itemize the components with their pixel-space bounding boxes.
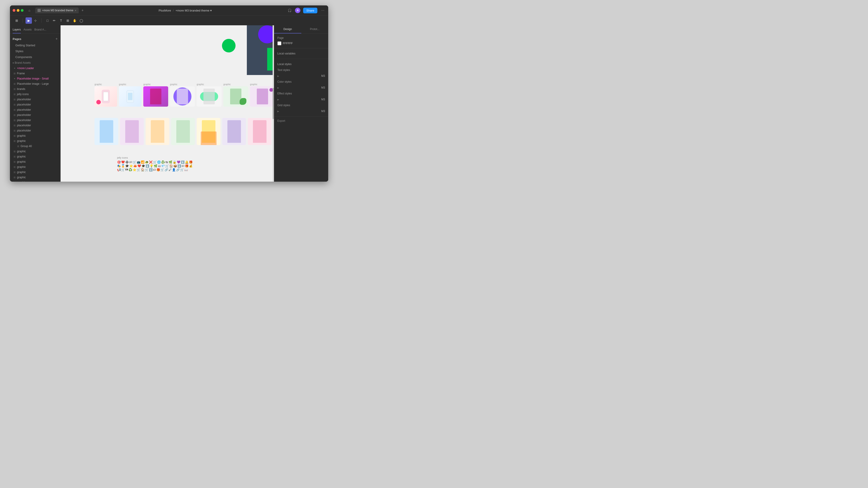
layer-graphic-6[interactable]: ⊞ graphic <box>11 164 59 169</box>
comment-tool[interactable]: ◯ <box>78 18 85 24</box>
tab-close-icon[interactable]: ✕ <box>74 9 76 12</box>
layer-placeholder-large[interactable]: ⊞ Placeholder image - Large <box>11 81 59 86</box>
page-section: Page FFFFFF <box>274 34 328 48</box>
grid-tool[interactable]: ⊞ <box>13 18 20 24</box>
more-icon[interactable]: ⋯ <box>320 8 326 13</box>
local-variables-row[interactable]: Local variables <box>277 51 325 56</box>
text-tool[interactable]: T <box>58 18 64 24</box>
jelly-icon: 🛒 <box>137 168 141 171</box>
breadcrumb-page[interactable]: +more M3 branded theme ▾ <box>176 9 212 12</box>
layer-graphic-8[interactable]: ⊞ graphic <box>11 175 59 180</box>
photo-card-4[interactable] <box>170 86 195 107</box>
layer-placeholder-6[interactable]: ⊞ placeholder <box>11 123 59 128</box>
layer-graphic-2[interactable]: ⊞ graphic <box>11 138 59 143</box>
jelly-icon: 🏠 <box>141 168 145 171</box>
frame-icon: ⊞ <box>13 88 16 91</box>
canvas-scrollbar-thumb[interactable] <box>273 88 274 119</box>
effect-styles-title: Effect styles <box>277 92 325 95</box>
layer-placeholder-7[interactable]: ⊞ placeholder <box>11 128 59 133</box>
jelly-icon: 🛒 <box>160 168 164 171</box>
layer-graphic-9[interactable]: ⊞ graphic <box>11 180 59 182</box>
avatar[interactable]: R <box>295 8 301 13</box>
tab-design[interactable]: Design <box>274 25 301 33</box>
layer-group40[interactable]: ⊞ Group 40 <box>11 144 59 149</box>
layer-more-loader[interactable]: ✦ +more Loader <box>11 66 59 71</box>
person-card-2[interactable] <box>120 118 144 145</box>
pages-add-button[interactable]: + <box>56 37 58 41</box>
color-styles-row[interactable]: ▶ M3 <box>277 85 325 90</box>
jelly-icon: 💡 <box>150 164 153 168</box>
effect-styles-row[interactable]: ▶ M3 <box>277 97 325 102</box>
corner-design <box>238 25 274 79</box>
panel-scroll[interactable]: Pages + Getting Started Styles Component… <box>10 34 60 182</box>
page-components[interactable]: Components <box>11 54 59 60</box>
layer-graphic-4[interactable]: ⊞ graphic <box>11 154 59 159</box>
close-button[interactable] <box>13 9 16 12</box>
photo-card-2[interactable] <box>119 86 142 107</box>
layer-placeholder-4[interactable]: ⊞ placeholder <box>11 112 59 118</box>
app-window: ⌂ +more M3 branded theme ✕ + PlusMore / … <box>10 5 328 182</box>
photo-card-5[interactable] <box>197 86 221 107</box>
layer-placeholder-3[interactable]: ⊞ placeholder <box>11 107 59 112</box>
person-card-1[interactable] <box>94 118 118 145</box>
layer-placeholder-5[interactable]: ⊞ placeholder <box>11 118 59 123</box>
canvas-area[interactable]: graphic graphic <box>61 25 274 182</box>
tab-brand[interactable]: Brand A... <box>34 27 46 33</box>
person-card-7[interactable] <box>248 118 272 145</box>
jelly-icon: ⬇️ <box>149 168 153 171</box>
person-card-3[interactable] <box>146 118 169 145</box>
page-color-swatch[interactable] <box>277 41 281 45</box>
photo-card-7[interactable] <box>250 86 274 107</box>
page-getting-started[interactable]: Getting Started <box>11 42 59 48</box>
jelly-icon: 🎁 <box>156 168 160 171</box>
person-card-5[interactable] <box>197 118 220 145</box>
jelly-icon: 🌿 <box>154 164 157 168</box>
new-tab-button[interactable]: + <box>81 8 84 12</box>
photo-card-6[interactable] <box>223 86 248 107</box>
component-tool[interactable]: ⊞ <box>65 18 71 24</box>
grid-styles-row[interactable]: ▶ M3 <box>277 109 325 113</box>
text-styles-row[interactable]: ▶ M3 <box>277 73 325 78</box>
layer-graphic-1[interactable]: ⊞ graphic <box>11 133 59 138</box>
layer-frame[interactable]: ⊞ Frame <box>11 71 59 76</box>
home-icon[interactable]: ⌂ <box>27 8 32 13</box>
browser-tab[interactable]: +more M3 branded theme ✕ <box>35 7 79 13</box>
layer-brands[interactable]: ⊞ brands <box>11 87 59 92</box>
maximize-button[interactable] <box>21 9 24 12</box>
share-button[interactable]: Share <box>303 8 317 13</box>
jelly-icon: 🌿 <box>168 160 172 164</box>
layer-jelly-icons[interactable]: ⊞ jelly icons <box>11 92 59 97</box>
tab-layers[interactable]: Layers <box>13 27 21 33</box>
layer-placeholder-1[interactable]: ⊞ placeholder <box>11 97 59 102</box>
scale-tool[interactable]: ⊹ <box>32 18 39 24</box>
chevron-right-icon: ▶ <box>277 87 279 89</box>
tab-prototype[interactable]: Protot... <box>301 25 329 33</box>
frame-icon: ⊞ <box>13 124 16 127</box>
person-card-4[interactable] <box>171 118 195 145</box>
tab-assets[interactable]: Assets <box>24 27 32 33</box>
export-section[interactable]: Export <box>274 117 328 125</box>
move-tool[interactable]: ▶ <box>26 18 32 24</box>
page-styles[interactable]: Styles <box>11 48 59 54</box>
layer-graphic-7[interactable]: ⊞ graphic <box>11 170 59 175</box>
person-card-6[interactable] <box>222 118 246 145</box>
hand-tool[interactable]: ✋ <box>71 18 78 24</box>
layer-graphic-3[interactable]: ⊞ graphic <box>11 149 59 154</box>
layer-placeholder-2[interactable]: ⊞ placeholder <box>11 102 59 107</box>
jelly-icon: 🎯 <box>117 160 121 164</box>
minimize-button[interactable] <box>17 9 20 12</box>
photo-card-3[interactable] <box>143 86 168 107</box>
frame-tool[interactable]: □ <box>44 18 51 24</box>
headphones-icon[interactable]: 🎧 <box>287 8 292 13</box>
jelly-icon: 🏷 <box>129 160 132 164</box>
group-icon: ⊞ <box>17 145 19 148</box>
panel-tabs: Layers Assets Brand A... <box>10 25 60 34</box>
layer-graphic-5[interactable]: ⊞ graphic <box>11 159 59 164</box>
brand-assets-section[interactable]: ▾ Brand Assets <box>10 60 60 66</box>
frame-icon: ⊞ <box>13 72 16 75</box>
jelly-icon: ⬇️ <box>178 164 181 168</box>
layer-placeholder-small[interactable]: ✦ Placeholder image - Small <box>11 76 59 81</box>
photo-card-1[interactable] <box>94 86 117 107</box>
pen-tool[interactable]: ✏ <box>51 18 57 24</box>
canvas-scrollbar[interactable] <box>273 25 274 182</box>
